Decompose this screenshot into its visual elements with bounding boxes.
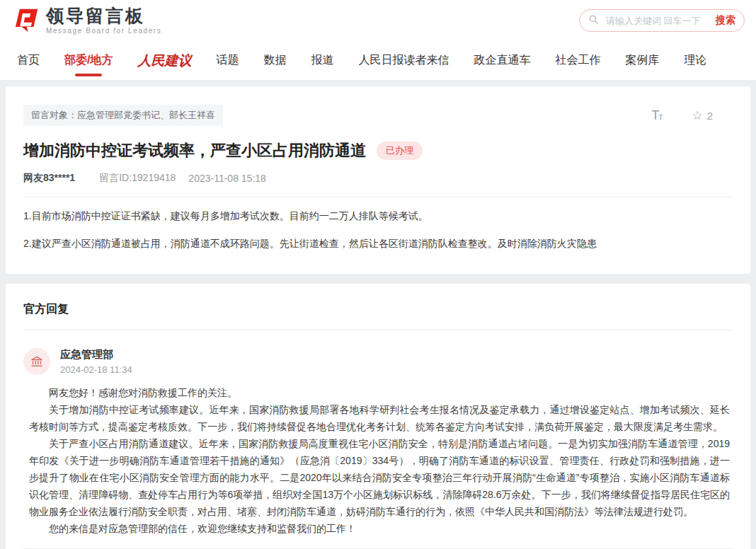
message-datetime: 2023-11-08 15:18 xyxy=(188,173,266,184)
main-nav: 首页 部委/地方 人民建议 话题 数据 报道 人民日报读者来信 政企直通车 社会… xyxy=(0,41,756,80)
search-button[interactable]: 搜索 xyxy=(716,14,735,27)
message-body-paragraph: 2.建议严查小区消防通道被占用，消防通道不成环路问题。先让街道检查，然后让各区街… xyxy=(23,234,733,253)
reply-body: 网友您好！感谢您对消防救援工作的关注。 关于增加消防中控证考试频率建议。近年来，… xyxy=(23,384,733,537)
nav-item-gov-enterprise[interactable]: 政企直通车 xyxy=(474,53,530,68)
reply-paragraph: 关于严查小区占用消防通道建议。近年来，国家消防救援局高度重视住宅小区消防安全，特… xyxy=(29,435,730,520)
search-icon xyxy=(588,14,599,28)
nav-item-reader-letters[interactable]: 人民日报读者来信 xyxy=(358,53,449,68)
reply-bottom-divider xyxy=(23,548,733,549)
nav-item-ministries-local[interactable]: 部委/地方 xyxy=(64,53,113,68)
reply-agency-name: 应急管理部 xyxy=(60,348,132,361)
reply-paragraph: 关于增加消防中控证考试频率建议。近年来，国家消防救援局部署各地科学研判社会考生报… xyxy=(29,401,730,435)
star-count: 2 xyxy=(707,110,713,122)
message-title: 增加消防中控证考试频率，严查小区占用消防通道 xyxy=(23,141,366,161)
message-body-paragraph: 1.目前市场消防中控证证书紧缺，建议每月多增加考试次数。目前约一二万人排队等候考… xyxy=(23,207,733,225)
message-divider xyxy=(23,197,733,197)
reply-datetime: 2024-02-18 11:34 xyxy=(60,364,132,375)
favorite-button[interactable]: ☆ 2 xyxy=(692,110,713,122)
nav-item-peoples-suggestions[interactable]: 人民建议 xyxy=(137,52,191,70)
nav-item-topics[interactable]: 话题 xyxy=(216,53,239,68)
site-logo[interactable]: 领导留言板 Message Board for Leaders xyxy=(11,6,161,35)
search-box[interactable]: 搜索 xyxy=(579,9,745,32)
status-badge: 已办理 xyxy=(377,141,423,160)
site-header: 领导留言板 Message Board for Leaders 搜索 xyxy=(0,0,756,41)
nav-item-social-work[interactable]: 社会工作 xyxy=(555,53,600,68)
reply-divider xyxy=(23,330,733,330)
agency-avatar xyxy=(23,348,50,375)
reply-section-title: 官方回复 xyxy=(23,302,733,317)
logo-subtitle: Message Board for Leaders xyxy=(46,27,161,35)
message-card: 留言对象：应急管理部党委书记、部长王祥喜 Tт ☆ 2 增加消防中控证考试频率，… xyxy=(6,86,750,274)
page-content: 留言对象：应急管理部党委书记、部长王祥喜 Tт ☆ 2 增加消防中控证考试频率，… xyxy=(0,80,756,549)
reply-paragraph: 您的来信是对应急管理部的信任，欢迎您继续支持和监督我们的工作！ xyxy=(29,520,730,537)
nav-item-home[interactable]: 首页 xyxy=(17,53,40,68)
nav-item-data[interactable]: 数据 xyxy=(263,53,286,68)
message-id: 留言ID:19219418 xyxy=(99,172,176,185)
star-icon: ☆ xyxy=(692,110,702,122)
official-reply-card: 官方回复 应急管理部 2024-02-18 11:34 网友您好！感谢您对消防救… xyxy=(6,284,750,549)
message-author: 网友83****1 xyxy=(23,172,75,185)
nav-item-reports[interactable]: 报道 xyxy=(311,53,333,68)
reply-paragraph: 网友您好！感谢您对消防救援工作的关注。 xyxy=(29,384,730,401)
logo-icon xyxy=(11,6,40,35)
search-input[interactable] xyxy=(605,15,710,27)
font-size-icon[interactable]: Tт xyxy=(651,108,662,123)
message-body: 1.目前市场消防中控证证书紧缺，建议每月多增加考试次数。目前约一二万人排队等候考… xyxy=(23,207,733,253)
nav-item-case-library[interactable]: 案例库 xyxy=(625,53,659,68)
nav-item-theory[interactable]: 理论 xyxy=(684,53,706,68)
government-building-icon xyxy=(30,354,44,369)
logo-title: 领导留言板 xyxy=(46,7,161,25)
message-target-tag: 留言对象：应急管理部党委书记、部长王祥喜 xyxy=(23,105,223,126)
